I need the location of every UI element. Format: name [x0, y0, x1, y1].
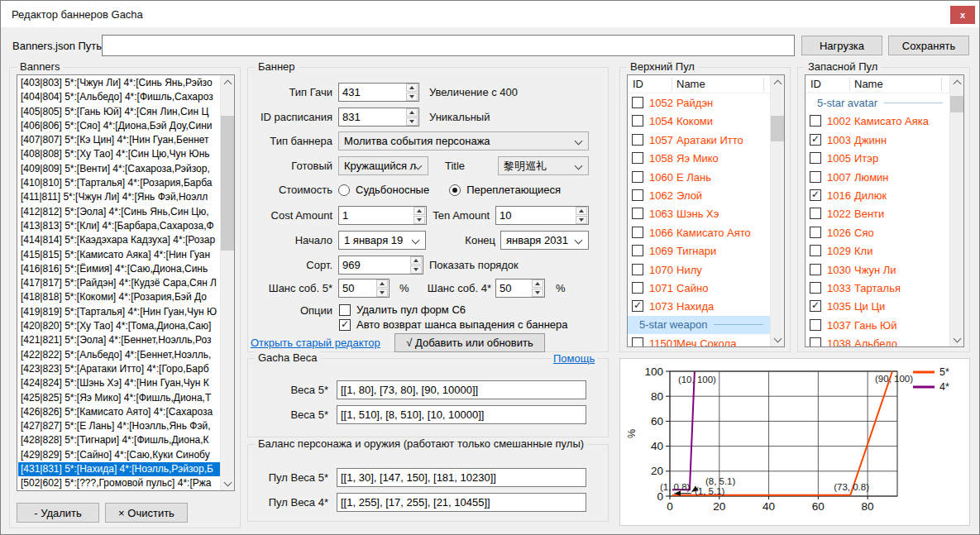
reserve-pool-list[interactable]: ID Name 5-star avatar1002Камисато Аяка10…	[805, 74, 964, 347]
scrollbar-thumb[interactable]	[771, 116, 784, 141]
pool-item-row[interactable]: 1058Яэ Мико	[628, 149, 770, 167]
schedule-id-stepper[interactable]	[405, 107, 418, 127]
pool-item-checkbox[interactable]	[810, 171, 821, 183]
pool-item-row[interactable]: 1066Камисато Аято	[628, 223, 770, 241]
end-date-picker[interactable]: января 2031	[500, 231, 589, 250]
banner-list-item[interactable]: [429|829] 5*:[Сайно] 4*:[Саю,Куки Синобу	[18, 448, 220, 462]
banner-list-item[interactable]: [415|815] 5*:[Камисато Аяка] 4*:[Нин Гуа…	[18, 248, 220, 262]
pool-item-checkbox[interactable]	[810, 152, 821, 164]
banner-type-select[interactable]: Молитва события персонажа	[338, 131, 589, 150]
pool-item-row[interactable]: 1062Элой	[628, 186, 770, 204]
banner-list-item[interactable]: [422|822] 5*:[Альбедо] 4*:[Беннет,Ноэлль…	[18, 348, 220, 362]
banner-list-item[interactable]: [403|803] 5*:[Чжун Ли] 4*:[Синь Янь,Рэйз…	[18, 76, 220, 90]
banners-scrollbar[interactable]	[220, 75, 234, 490]
upper-pool-scrollbar[interactable]	[770, 75, 784, 346]
pool-item-row[interactable]: 1029Кли	[806, 241, 949, 260]
close-button[interactable]: x	[950, 6, 975, 24]
scroll-down-icon[interactable]	[771, 332, 784, 346]
pool-item-checkbox[interactable]	[632, 300, 643, 312]
pool-item-row[interactable]: 1057Аратаки Итто	[628, 131, 770, 149]
pool-item-checkbox[interactable]	[632, 189, 643, 201]
pool-item-row[interactable]: 1069Тигнари	[628, 241, 770, 260]
pool-item-row[interactable]: 1022Венти	[806, 204, 949, 222]
ten-amount-stepper[interactable]	[575, 206, 588, 225]
pool-item-row[interactable]: 1070Нилу	[628, 260, 770, 279]
banner-list-item[interactable]: [425|825] 5*:[Яэ Мико] 4*:[Фишль,Диона,Т	[18, 391, 220, 405]
pool-item-row[interactable]: 1002Камисато Аяка	[806, 112, 949, 130]
cost-fate-radio[interactable]	[338, 184, 350, 196]
auto-return-chance-checkbox[interactable]	[339, 319, 351, 331]
pool-item-checkbox[interactable]	[810, 189, 821, 201]
banner-list-item[interactable]: [421|821] 5*:[Эола] 4*:[Беннет,Ноэлль,Ро…	[18, 333, 220, 347]
pool-item-checkbox[interactable]	[810, 264, 821, 275]
gacha-type-stepper[interactable]	[405, 83, 418, 102]
open-old-editor-link[interactable]: Открыть старый редактор	[251, 337, 380, 349]
upper-pool-list[interactable]: ID Name 1052Райдэн1054Кокоми1057Аратаки …	[627, 74, 785, 347]
chance4-stepper[interactable]	[531, 279, 544, 298]
pool-item-row[interactable]: 1005Итэр	[806, 149, 949, 167]
path-input[interactable]	[102, 35, 795, 56]
pool-item-row[interactable]: 1060Е Лань	[628, 168, 770, 186]
banner-list-item[interactable]: [424|824] 5*:[Шэнь Хэ] 4*:[Нин Гуан,Чун …	[18, 376, 220, 390]
pool-item-checkbox[interactable]	[632, 264, 643, 275]
pool-item-row[interactable]: 11501Меч Сокола	[628, 334, 770, 346]
pool-item-checkbox[interactable]	[810, 337, 821, 346]
pool-item-checkbox[interactable]	[810, 282, 821, 294]
pool-item-row[interactable]: 1052Райдэн	[628, 93, 770, 112]
banner-list-item[interactable]: [426|826] 5*:[Камисато Аято] 4*:[Сахароз…	[18, 405, 220, 419]
pool-item-checkbox[interactable]	[632, 171, 643, 183]
scroll-up-icon[interactable]	[950, 75, 963, 89]
pool-item-row[interactable]: 1035Ци Ци	[806, 297, 949, 315]
banner-list-item[interactable]: [408|808] 5*:[Ху Тао] 4*:[Син Цю,Чун Юнь	[18, 147, 220, 161]
scrollbar-thumb[interactable]	[950, 96, 963, 112]
pool-item-row[interactable]: 1073Нахида	[628, 297, 770, 315]
load-button[interactable]: Нагрузка	[801, 36, 882, 55]
pool-item-row[interactable]: 1016Дилюк	[806, 186, 949, 204]
banners-listbox[interactable]: [403|803] 5*:[Чжун Ли] 4*:[Синь Янь,Рэйз…	[17, 74, 235, 491]
prefab-select[interactable]: Кружащийся л	[338, 156, 428, 175]
pool-item-row[interactable]: 1037Гань Юй	[806, 316, 949, 334]
chance5-stepper[interactable]	[375, 279, 389, 298]
save-button[interactable]: Сохранять	[888, 36, 969, 55]
delete-banner-button[interactable]: - Удалить	[17, 503, 99, 523]
weights5-input[interactable]	[337, 380, 586, 399]
pool-item-checkbox[interactable]	[632, 152, 643, 164]
pool-section-row[interactable]: 5-star weapon	[628, 316, 770, 334]
banner-list-item[interactable]: [419|819] 5*:[Тарталья] 4*:[Нин Гуан,Чун…	[18, 305, 220, 319]
scroll-down-icon[interactable]	[221, 476, 234, 490]
banner-list-item[interactable]: [417|817] 5*:[Райдэн] 4*:[Кудзё Сара,Сян…	[18, 276, 220, 290]
pool-item-checkbox[interactable]	[632, 208, 643, 219]
banner-list-item[interactable]: [416|816] 5*:[Ёимия] 4*:[Саю,Диона,Синь	[18, 262, 220, 276]
pool-item-checkbox[interactable]	[632, 134, 643, 146]
banner-list-item[interactable]: [420|820] 5*:[Ху Тао] 4*:[Тома,Диона,Саю…	[18, 319, 220, 333]
pool-item-checkbox[interactable]	[632, 245, 643, 256]
banner-list-item[interactable]: [428|828] 5*:[Тигнари] 4*:[Фишль,Диона,К	[18, 433, 220, 447]
scroll-up-icon[interactable]	[771, 75, 784, 89]
pool-item-checkbox[interactable]	[810, 227, 821, 238]
banner-list-item[interactable]: [405|805] 5*:[Гань Юй] 4*:[Сян Лин,Син Ц	[18, 105, 220, 119]
banner-list-item[interactable]: [406|806] 5*:[Сяо] 4*:[Диона,Бэй Доу,Син…	[18, 119, 220, 133]
pool-item-row[interactable]: 1003Джинн	[806, 131, 949, 149]
sort-stepper[interactable]	[409, 256, 423, 275]
pool-weights5-input[interactable]	[337, 468, 586, 487]
scroll-up-icon[interactable]	[221, 75, 234, 89]
banner-list-item[interactable]: [410|810] 5*:[Тарталья] 4*:[Розария,Барб…	[18, 176, 220, 190]
pool-item-checkbox[interactable]	[632, 97, 643, 108]
banner-list-item[interactable]: [502|602] 5*:[???,Громовой пульс] 4*:[Рж…	[18, 476, 220, 490]
cost-amount-stepper[interactable]	[413, 206, 426, 225]
start-date-picker[interactable]: 1 января 19	[338, 231, 426, 250]
title-select[interactable]: 黎明巡礼	[498, 156, 589, 175]
banner-list-item[interactable]: [427|827] 5*:[Е Лань] 4*:[Ноэлль,Янь Фэй…	[18, 419, 220, 433]
pool-item-row[interactable]: 1054Кокоми	[628, 112, 770, 130]
weights5b-input[interactable]	[337, 405, 586, 424]
pool-item-row[interactable]: 1026Сяо	[806, 223, 949, 241]
cost-intertwined-radio[interactable]	[449, 184, 461, 196]
banner-list-item[interactable]: [411|811] 5*:[Чжун Ли] 4*:[Янь Фэй,Ноэлл	[18, 190, 220, 204]
banner-list-item[interactable]: [431|831] 5*:[Нахида] 4*:[Ноэлль,Рэйзор,…	[18, 462, 220, 476]
scrollbar-thumb[interactable]	[221, 116, 234, 251]
pool-item-row[interactable]: 1030Чжун Ли	[806, 260, 949, 279]
banner-list-item[interactable]: [423|823] 5*:[Аратаки Итто] 4*:[Горо,Бар…	[18, 362, 220, 376]
pool-item-row[interactable]: 1007Люмин	[806, 168, 949, 186]
banner-list-item[interactable]: [413|813] 5*:[Кли] 4*:[Барбара,Сахароза,…	[18, 219, 220, 233]
pool-weights4-input[interactable]	[337, 493, 586, 512]
